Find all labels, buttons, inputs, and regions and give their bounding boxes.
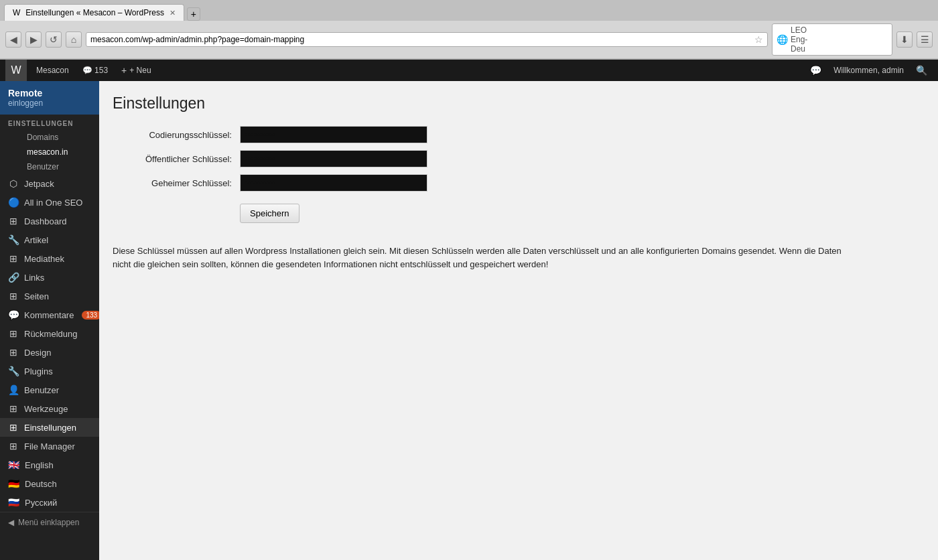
sidebar-item-seiten[interactable]: ⊞ Seiten	[0, 287, 99, 305]
sidebar-item-design[interactable]: ⊞ Design	[0, 343, 99, 362]
sidebar-label-design: Design	[24, 348, 51, 358]
jetpack-icon: ⬡	[8, 178, 19, 189]
bar-right: 💬 Willkommen, admin 🔍	[805, 60, 933, 81]
tab-close-btn[interactable]: ✕	[170, 9, 176, 17]
seiten-icon: ⊞	[8, 291, 19, 301]
search-flag: 🌐	[777, 34, 788, 45]
reload-button[interactable]: ↺	[46, 31, 62, 48]
search-bar-wrap: 🌐 LEO Eng-Deu	[772, 23, 892, 56]
benutzer-nav-icon: 👤	[8, 384, 19, 395]
collapse-icon: ◀	[8, 518, 14, 527]
kommentare-badge: 133	[82, 311, 101, 320]
sidebar-label-links: Links	[24, 273, 44, 283]
artikel-icon: 🔧	[8, 234, 19, 245]
sidebar-item-rueckmeldung[interactable]: ⊞ Rückmeldung	[0, 324, 99, 343]
new-tab-button[interactable]: +	[187, 7, 200, 21]
sidebar-item-plugins[interactable]: 🔧 Plugins	[0, 362, 99, 380]
sidebar-item-links[interactable]: 🔗 Links	[0, 268, 99, 287]
comments-bar-item[interactable]: 💬 153	[76, 60, 115, 81]
save-button[interactable]: Speichern	[240, 204, 299, 223]
site-name[interactable]: Mesacon	[29, 60, 76, 81]
sidebar-item-werkzeuge[interactable]: ⊞ Werkzeuge	[0, 399, 99, 418]
sidebar-label-file-manager: File Manager	[24, 441, 75, 451]
sidebar-label-werkzeuge: Werkzeuge	[24, 404, 68, 414]
collapse-menu-button[interactable]: ◀ Menü einklappen	[0, 512, 99, 533]
oeffentlich-label: Öffentlicher Schlüssel:	[113, 154, 240, 164]
new-content-button[interactable]: + + Neu	[115, 60, 158, 81]
einstellungen-section-label: Einstellungen	[0, 115, 99, 130]
sidebar-label-artikel: Artikel	[24, 235, 48, 245]
new-label: + Neu	[129, 66, 151, 75]
sidebar-item-einstellungen[interactable]: ⊞ Einstellungen	[0, 418, 99, 437]
kommentare-icon: 💬	[8, 309, 19, 320]
bookmark-button[interactable]: ☆	[754, 34, 763, 45]
main-content: Einstellungen Codierungsschlüssel: Öffen…	[99, 81, 938, 560]
settings-button[interactable]: ☰	[917, 31, 933, 48]
sidebar-item-artikel[interactable]: 🔧 Artikel	[0, 230, 99, 249]
browser-tab-active[interactable]: W Einstellungen « Mesacon – WordPress ✕	[4, 4, 184, 21]
search-wp-button[interactable]: 🔍	[911, 60, 933, 81]
sidebar-subitem-domains[interactable]: Domains	[19, 130, 99, 145]
comments-count: 153	[94, 66, 108, 75]
comment-icon: 💬	[82, 66, 92, 75]
browser-toolbar: ◀ ▶ ↺ ⌂ ☆ 🌐 LEO Eng-Deu ⬇ ☰	[0, 21, 938, 59]
einstellungen-submenu: Domains mesacon.in Benutzer	[0, 130, 99, 174]
english-label: English	[25, 460, 54, 470]
sidebar: Remote einloggen Einstellungen Domains m…	[0, 81, 99, 560]
plus-icon: +	[121, 65, 127, 76]
sidebar-item-file-manager[interactable]: ⊞ File Manager	[0, 437, 99, 456]
remote-sub: einloggen	[8, 98, 91, 108]
settings-form: Codierungsschlüssel: Öffentlicher Schlüs…	[113, 126, 925, 271]
sidebar-menu: Einstellungen Domains mesacon.in Benutze…	[0, 115, 99, 533]
mediathek-icon: ⊞	[8, 253, 19, 264]
notification-button[interactable]: 💬	[805, 60, 827, 81]
sidebar-item-kommentare[interactable]: 💬 Kommentare 133	[0, 305, 99, 324]
sidebar-label-mediathek: Mediathek	[24, 254, 64, 264]
oeffentlich-row: Öffentlicher Schlüssel:	[113, 150, 925, 167]
sidebar-label-einstellungen: Einstellungen	[24, 423, 76, 433]
sidebar-item-allinone-seo[interactable]: 🔵 All in One SEO	[0, 193, 99, 212]
sidebar-subitem-mesacon[interactable]: mesacon.in	[19, 145, 99, 159]
forward-button[interactable]: ▶	[25, 31, 42, 48]
russian-flag-icon: 🇷🇺	[8, 497, 19, 508]
address-bar-wrap: ☆	[86, 32, 768, 47]
geheim-input-wrap	[240, 174, 427, 192]
codierung-input[interactable]	[240, 126, 427, 143]
sidebar-lang-russian[interactable]: 🇷🇺 Русский	[0, 493, 99, 512]
wp-logo[interactable]: W	[5, 60, 27, 81]
browser-search-input[interactable]	[821, 35, 888, 44]
sidebar-label-kommentare: Kommentare	[24, 310, 74, 320]
address-bar[interactable]	[90, 35, 754, 44]
wp-layout: Remote einloggen Einstellungen Domains m…	[0, 81, 938, 560]
plugins-icon: 🔧	[8, 366, 19, 376]
oeffentlich-input[interactable]	[240, 150, 427, 167]
sidebar-label-seo: All in One SEO	[24, 198, 82, 208]
oeffentlich-input-wrap	[240, 150, 427, 167]
sidebar-item-benutzer-nav[interactable]: 👤 Benutzer	[0, 380, 99, 399]
tab-title: Einstellungen « Mesacon – WordPress	[25, 8, 164, 17]
geheim-row: Geheimer Schlüssel:	[113, 174, 925, 192]
back-button[interactable]: ◀	[5, 31, 21, 48]
geheim-input[interactable]	[240, 174, 427, 192]
codierung-label: Codierungsschlüssel:	[113, 130, 240, 140]
sidebar-lang-deutsch[interactable]: 🇩🇪 Deutsch	[0, 474, 99, 493]
wp-admin-bar: W Mesacon 💬 153 + + Neu 💬 Willkommen, ad…	[0, 60, 938, 81]
sidebar-label-rueckmeldung: Rückmeldung	[24, 329, 78, 339]
remote-title: Remote	[8, 88, 91, 98]
sidebar-item-jetpack[interactable]: ⬡ Jetpack	[0, 174, 99, 193]
tab-favicon: W	[13, 8, 20, 17]
deutsch-flag-icon: 🇩🇪	[8, 478, 19, 489]
remote-login-section[interactable]: Remote einloggen	[0, 81, 99, 115]
rueckmeldung-icon: ⊞	[8, 328, 19, 339]
sidebar-lang-english[interactable]: 🇬🇧 English	[0, 456, 99, 474]
download-button[interactable]: ⬇	[896, 31, 913, 48]
einstellungen-icon: ⊞	[8, 422, 19, 433]
design-icon: ⊞	[8, 347, 19, 358]
sidebar-subitem-benutzer[interactable]: Benutzer	[19, 159, 99, 174]
deutsch-label: Deutsch	[25, 479, 57, 489]
sidebar-item-dashboard[interactable]: ⊞ Dashboard	[0, 212, 99, 230]
geheim-label: Geheimer Schlüssel:	[113, 178, 240, 188]
browser-chrome: W Einstellungen « Mesacon – WordPress ✕ …	[0, 0, 938, 60]
home-button[interactable]: ⌂	[66, 31, 82, 48]
sidebar-item-mediathek[interactable]: ⊞ Mediathek	[0, 249, 99, 268]
